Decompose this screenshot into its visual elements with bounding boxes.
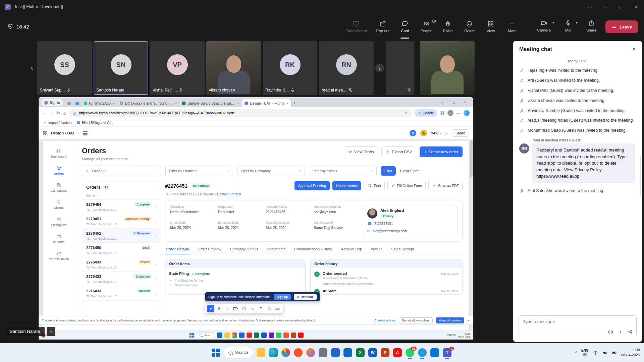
whatsapp-icon[interactable]: 81 [406, 348, 414, 357]
brave-icon[interactable] [294, 348, 303, 357]
allow-cookies-button[interactable]: Allow all cookies [436, 317, 464, 323]
chat-message-list[interactable]: Today 11:21 Tejas Ingle was invited to t… [513, 56, 642, 312]
app-icon[interactable] [269, 333, 274, 338]
order-row[interactable]: 2276433Submitted TL Flex Holdings LLC› [82, 272, 160, 286]
dev-mode-tool[interactable]: </> [274, 305, 281, 312]
mail-icon[interactable] [331, 348, 340, 357]
ellipse-tool[interactable] [240, 305, 248, 312]
app-icon[interactable] [276, 333, 281, 338]
cookie-settings-link[interactable]: Cookies settings [375, 319, 395, 322]
present-icon[interactable]: ▷ [445, 131, 447, 135]
pinned-tab[interactable] [65, 100, 73, 107]
import-favorites-link[interactable]: Import favorites [43, 121, 71, 125]
order-row-selected[interactable]: 2276451In Progress TL Flex Holdings LLC› [82, 229, 160, 243]
tab-close-icon[interactable]: × [113, 102, 114, 105]
order-row[interactable]: 2276433Review TL Flex Holdings LLC› [82, 257, 160, 272]
url-field[interactable]: https://www.figma.com/design/9BKQ0FOHRWa… [69, 109, 412, 117]
order-row[interactable]: 2279454Complete TL Flex Holdings LLC› [82, 200, 160, 214]
participant-tile[interactable]: RK Ravindra K... [263, 41, 317, 95]
mic-chevron-icon[interactable]: ▾ [576, 21, 578, 24]
people-button[interactable]: 10 People [420, 20, 432, 33]
tab-close-icon[interactable]: × [175, 102, 177, 105]
browser-tab[interactable]: Sample Salary Structure with calc× [179, 99, 242, 107]
acrobat-icon[interactable]: A [393, 348, 402, 357]
pinned-tab[interactable] [73, 100, 81, 107]
raise-hand-button[interactable]: Raise [442, 20, 454, 33]
browser-minimize-button[interactable]: — [437, 100, 448, 104]
browser-menu-icon[interactable]: ··· [456, 110, 461, 116]
frame-tool[interactable]: # [224, 305, 231, 312]
window-more-icon[interactable]: ··· [582, 0, 598, 13]
sidebar-item-orders[interactable]: Orders [53, 166, 64, 176]
browser-close-button[interactable]: × [460, 100, 471, 104]
battery-icon[interactable] [612, 350, 617, 355]
pop-out-button[interactable]: Pop out [376, 20, 390, 33]
start-icon[interactable] [190, 333, 194, 338]
message-composer[interactable]: + [519, 315, 637, 337]
contact-phone[interactable]: ☎ 2123874901 [367, 222, 453, 226]
emoji-icon[interactable] [608, 329, 613, 335]
order-row[interactable]: 2276450Draft TL Flex Holdings LLC› [82, 243, 160, 257]
participant-tile[interactable]: SN Santosh Narate [94, 41, 148, 95]
powerpoint-icon[interactable]: P [381, 348, 389, 357]
sidebar-item-companies[interactable]: Companies [51, 183, 67, 193]
tab-close-icon[interactable]: × [286, 102, 288, 105]
app-icon[interactable] [254, 333, 259, 338]
new-tab-button[interactable]: + [291, 99, 298, 107]
collaborator-avatar[interactable]: S [410, 130, 416, 136]
print-button[interactable]: Print [364, 181, 385, 190]
contact-email[interactable]: ✉ alex@vstatefilings.com [367, 229, 453, 233]
tab-order-preview[interactable]: Order Preview [197, 247, 222, 254]
tray-expand-icon[interactable]: ^ [575, 351, 577, 355]
app-icon[interactable] [224, 333, 230, 338]
move-tool[interactable] [207, 305, 214, 312]
filter-company-select[interactable]: Filter by Company▾ [237, 166, 305, 176]
attach-plus-icon[interactable]: + [619, 329, 622, 335]
start-button[interactable] [212, 349, 220, 357]
scrollbar[interactable] [640, 156, 641, 196]
excel-icon[interactable]: X [356, 348, 365, 357]
participant-tile[interactable]: RN read.ai mee... [319, 41, 374, 95]
edge-icon[interactable] [269, 348, 278, 357]
clock[interactable]: 11:38 08-04-2025 [621, 348, 640, 358]
approval-pending-button[interactable]: Approval Pending [294, 181, 330, 190]
fill-online-form-button[interactable]: Fill Online Form [387, 181, 426, 190]
order-row[interactable]: 2216433Created TL Flex Holdings LLC› [82, 286, 160, 301]
contact-person-link[interactable]: Contact_Person [217, 192, 241, 196]
chrome-icon[interactable] [281, 348, 290, 357]
back-icon[interactable]: ← [42, 110, 47, 116]
collaborator-avatar[interactable]: A [420, 130, 427, 136]
vscode-icon[interactable] [430, 348, 439, 357]
telegram-icon[interactable] [418, 348, 427, 357]
extensions-icon[interactable] [440, 111, 445, 115]
pin-add-button[interactable]: + [47, 327, 55, 336]
pen-tool[interactable]: ✎ [249, 305, 256, 312]
sidebar-item-vendors[interactable]: Vendors [53, 234, 65, 244]
participant-tile[interactable]: VP Vishal Patil ... [150, 41, 205, 95]
tab-account-rep[interactable]: Account Rep [340, 247, 363, 254]
scroll-left-button[interactable]: ‹ [28, 64, 36, 72]
figma-share-button[interactable]: Share [452, 129, 469, 137]
language-indicator[interactable]: ENG IN [581, 349, 589, 357]
teams-icon[interactable]: T 1 [443, 348, 451, 357]
tab-close-icon[interactable]: × [237, 102, 239, 105]
app-icon[interactable] [239, 333, 245, 338]
settings-icon[interactable] [319, 348, 327, 357]
figma-canvas[interactable]: Dashboard Orders Companies Clients [39, 139, 473, 331]
tab-invoice[interactable]: Invoice [370, 247, 383, 254]
minimize-button[interactable]: — [598, 0, 613, 13]
shape-tool[interactable]: ▾ [232, 305, 239, 312]
app-icon[interactable] [291, 333, 296, 338]
chat-button[interactable]: Chat [399, 20, 411, 33]
close-button[interactable]: × [629, 0, 644, 13]
view-button[interactable]: View [485, 20, 497, 33]
sidebar-item-clients[interactable]: Clients [54, 200, 63, 210]
browser-signin-chip[interactable]: Sign in [41, 99, 63, 106]
mic-button[interactable]: Mic ▾ [562, 20, 578, 32]
column-header[interactable]: Name ↓ [82, 192, 160, 200]
more-button[interactable]: ··· More [506, 20, 518, 33]
search-pill[interactable]: Search [196, 333, 215, 338]
chevron-down-icon[interactable]: ▾ [78, 132, 79, 135]
app-icon[interactable] [283, 333, 289, 338]
refresh-icon[interactable]: ↻ [57, 110, 61, 116]
